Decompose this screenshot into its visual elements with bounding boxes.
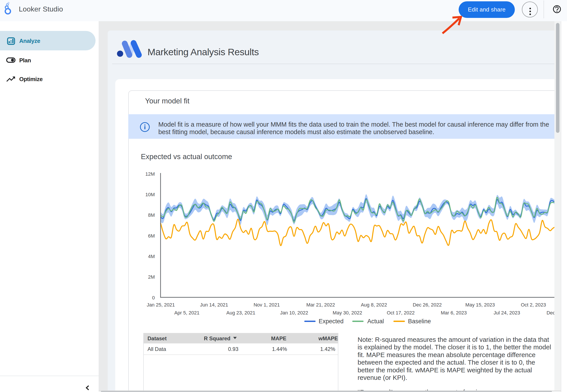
svg-text:Jul 24, 2023: Jul 24, 2023 bbox=[494, 310, 520, 316]
svg-text:Mar 6, 2023: Mar 6, 2023 bbox=[441, 310, 467, 316]
svg-text:Nov 1, 2021: Nov 1, 2021 bbox=[254, 302, 280, 308]
svg-text:May 15, 2023: May 15, 2023 bbox=[465, 302, 495, 308]
svg-text:2M: 2M bbox=[148, 274, 155, 280]
svg-text:Baseline: Baseline bbox=[408, 318, 431, 325]
svg-text:12M: 12M bbox=[145, 171, 155, 177]
svg-text:Apr 5, 2021: Apr 5, 2021 bbox=[174, 310, 200, 316]
svg-text:Dec 11, 2023: Dec 11, 2023 bbox=[546, 310, 554, 316]
svg-text:0: 0 bbox=[152, 295, 155, 301]
svg-text:10M: 10M bbox=[145, 192, 155, 197]
svg-text:Dec 26, 2022: Dec 26, 2022 bbox=[413, 302, 442, 308]
svg-text:Jan 25, 2021: Jan 25, 2021 bbox=[147, 302, 175, 308]
svg-text:Expected: Expected bbox=[319, 318, 344, 325]
svg-text:May 30, 2022: May 30, 2022 bbox=[333, 310, 362, 316]
svg-text:Aug 23, 2021: Aug 23, 2021 bbox=[226, 310, 255, 316]
svg-text:4M: 4M bbox=[148, 254, 155, 259]
svg-text:Jun 14, 2021: Jun 14, 2021 bbox=[200, 302, 228, 308]
svg-text:Oct 17, 2022: Oct 17, 2022 bbox=[387, 310, 415, 316]
svg-text:Aug 8, 2022: Aug 8, 2022 bbox=[361, 302, 387, 308]
svg-text:Actual: Actual bbox=[367, 318, 384, 325]
svg-text:Jan 10, 2022: Jan 10, 2022 bbox=[280, 310, 308, 316]
svg-text:Oct 2, 2023: Oct 2, 2023 bbox=[521, 302, 546, 308]
svg-text:6M: 6M bbox=[148, 233, 155, 239]
svg-text:Mar 21, 2022: Mar 21, 2022 bbox=[306, 302, 335, 308]
svg-text:8M: 8M bbox=[148, 212, 155, 218]
